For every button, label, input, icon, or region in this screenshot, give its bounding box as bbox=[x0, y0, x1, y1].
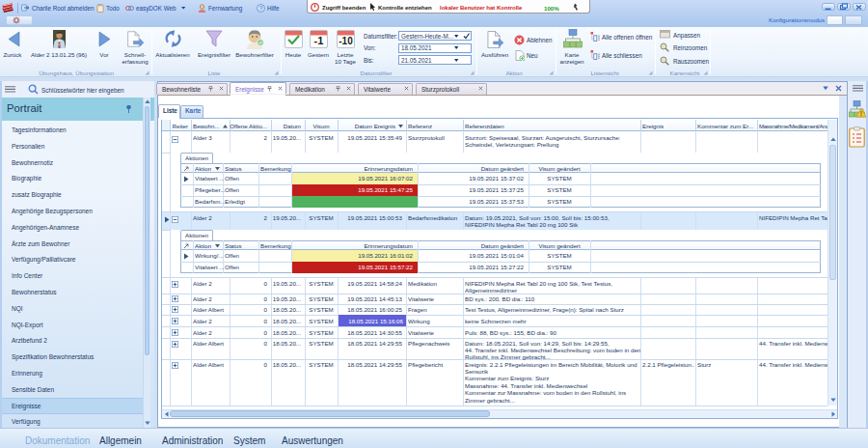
svg-text:!: ! bbox=[860, 110, 862, 117]
svg-text:-10: -10 bbox=[339, 36, 353, 46]
svg-text:-1: -1 bbox=[314, 35, 324, 46]
svg-text:?: ? bbox=[259, 5, 263, 12]
